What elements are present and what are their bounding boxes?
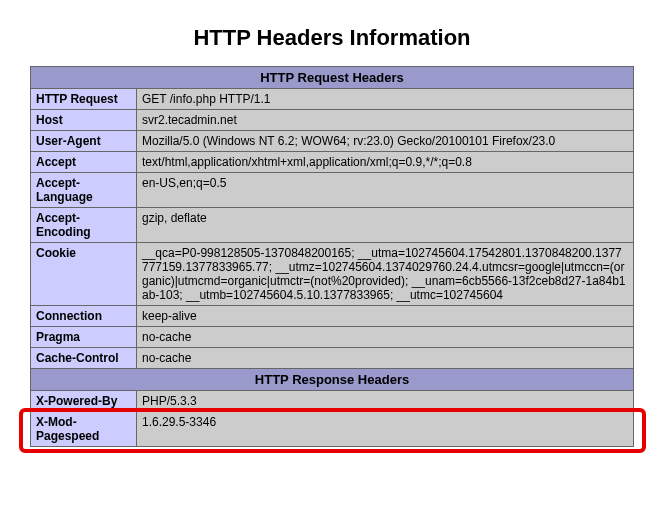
table-row: Accept-Languageen-US,en;q=0.5 bbox=[31, 173, 634, 208]
table-row: Connectionkeep-alive bbox=[31, 306, 634, 327]
header-label: Connection bbox=[31, 306, 137, 327]
header-label: Accept-Encoding bbox=[31, 208, 137, 243]
table-row: Cookie__qca=P0-998128505-1370848200165; … bbox=[31, 243, 634, 306]
response-section-header: HTTP Response Headers bbox=[31, 369, 634, 391]
header-value: no-cache bbox=[137, 348, 634, 369]
header-value: text/html,application/xhtml+xml,applicat… bbox=[137, 152, 634, 173]
request-section-header: HTTP Request Headers bbox=[31, 67, 634, 89]
table-row: Cache-Controlno-cache bbox=[31, 348, 634, 369]
header-value: en-US,en;q=0.5 bbox=[137, 173, 634, 208]
header-label: Accept bbox=[31, 152, 137, 173]
header-value: PHP/5.3.3 bbox=[137, 391, 634, 412]
header-value: GET /info.php HTTP/1.1 bbox=[137, 89, 634, 110]
table-row: HTTP RequestGET /info.php HTTP/1.1 bbox=[31, 89, 634, 110]
header-label: Host bbox=[31, 110, 137, 131]
header-label: X-Powered-By bbox=[31, 391, 137, 412]
header-value: gzip, deflate bbox=[137, 208, 634, 243]
table-row: Pragmano-cache bbox=[31, 327, 634, 348]
header-label: Accept-Language bbox=[31, 173, 137, 208]
headers-table: HTTP Request Headers HTTP RequestGET /in… bbox=[30, 66, 634, 447]
header-label: User-Agent bbox=[31, 131, 137, 152]
header-label: Pragma bbox=[31, 327, 137, 348]
table-row: User-AgentMozilla/5.0 (Windows NT 6.2; W… bbox=[31, 131, 634, 152]
header-value: svr2.tecadmin.net bbox=[137, 110, 634, 131]
page-title: HTTP Headers Information bbox=[30, 25, 634, 51]
header-value: __qca=P0-998128505-1370848200165; __utma… bbox=[137, 243, 634, 306]
header-value: 1.6.29.5-3346 bbox=[137, 412, 634, 447]
table-row: Hostsvr2.tecadmin.net bbox=[31, 110, 634, 131]
header-label: HTTP Request bbox=[31, 89, 137, 110]
header-value: Mozilla/5.0 (Windows NT 6.2; WOW64; rv:2… bbox=[137, 131, 634, 152]
header-value: no-cache bbox=[137, 327, 634, 348]
table-row-highlighted: X-Mod-Pagespeed1.6.29.5-3346 bbox=[31, 412, 634, 447]
header-value: keep-alive bbox=[137, 306, 634, 327]
table-row: X-Powered-ByPHP/5.3.3 bbox=[31, 391, 634, 412]
header-label: Cache-Control bbox=[31, 348, 137, 369]
table-row: Accept-Encodinggzip, deflate bbox=[31, 208, 634, 243]
header-label: X-Mod-Pagespeed bbox=[31, 412, 137, 447]
table-row: Accepttext/html,application/xhtml+xml,ap… bbox=[31, 152, 634, 173]
header-label: Cookie bbox=[31, 243, 137, 306]
